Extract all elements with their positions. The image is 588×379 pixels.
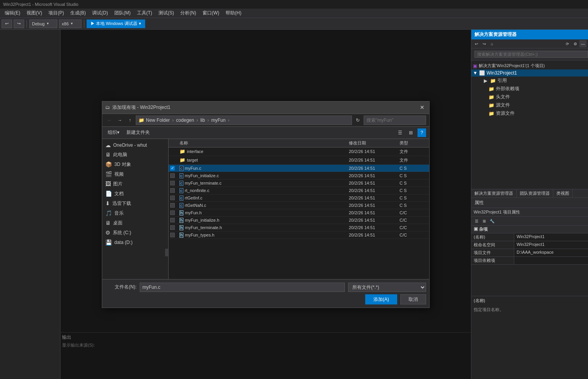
help-button[interactable]: ? (417, 128, 426, 137)
se-references-item[interactable]: ▶ 📁 引用 (471, 77, 588, 85)
file-row[interactable]: crt_nonfinite.c20/2/26 14:51C S (169, 187, 429, 194)
se-tab-class[interactable]: 类视图 (553, 189, 573, 198)
filename-input[interactable] (140, 283, 345, 292)
platform-dropdown[interactable]: x86 ▼ (59, 20, 82, 28)
se-sync-btn[interactable]: ⟳ (564, 40, 571, 47)
menu-team[interactable]: 团队(M) (111, 9, 134, 17)
menu-debug[interactable]: 调试(D) (89, 9, 111, 17)
file-row[interactable]: cmyFun_terminate.c20/2/26 14:51C S (169, 180, 429, 187)
menu-window[interactable]: 窗口(W) (199, 9, 222, 17)
file-checkbox[interactable] (170, 173, 175, 178)
se-home-btn[interactable]: ⌂ (489, 40, 496, 47)
nav-up-button[interactable]: ↑ (126, 116, 134, 125)
filetype-select[interactable]: 所有文件(*.*) (348, 283, 426, 292)
nav-downloads[interactable]: ⬇ 迅雷下载 (102, 199, 168, 208)
se-sources-item[interactable]: 📁 源文件 (471, 101, 588, 109)
run-label: ▶ 本地 Windows 调试器 (91, 21, 137, 27)
props-sort-btn[interactable]: ☰ (473, 217, 480, 224)
file-row[interactable]: 📁interface20/2/26 14:51文件 (169, 148, 429, 156)
file-row[interactable]: crtGetInf.c20/2/26 14:51C S (169, 194, 429, 202)
props-desc-area: (名称) 指定项目名称。 (471, 296, 588, 314)
file-checkbox[interactable] (170, 181, 175, 185)
props-toolbar: ☰ ⊞ 🔧 (471, 217, 588, 226)
run-button[interactable]: ▶ 本地 Windows 调试器 ▾ (87, 20, 145, 28)
file-date: 20/2/26 14:51 (347, 173, 398, 178)
file-row[interactable]: crtGetNaN.c20/2/26 14:51C S (169, 202, 429, 209)
se-search-input[interactable] (474, 51, 588, 58)
menu-analyze[interactable]: 分析(N) (177, 9, 199, 17)
redo-btn[interactable]: ↪ (14, 20, 24, 28)
file-row[interactable]: ✓cmyFun.c20/2/26 14:51C S (169, 165, 429, 172)
se-project-item[interactable]: ▼ ⬜ Win32Project1 (471, 69, 588, 77)
nav-music[interactable]: 🎵 音乐 (102, 208, 168, 218)
file-row[interactable]: cmyFun_initialize.c20/2/26 14:51C S (169, 172, 429, 180)
dialog-close-button[interactable]: ✕ (418, 103, 426, 111)
resources-icon: 📁 (489, 111, 494, 116)
file-row[interactable]: hmyFun.h20/2/26 14:51C/C (169, 209, 429, 217)
se-back-btn[interactable]: ↩ (473, 40, 480, 47)
run-dropdown-arrow: ▾ (139, 21, 141, 26)
new-folder-button[interactable]: 新建文件夹 (124, 128, 152, 137)
se-resources-item[interactable]: 📁 资源文件 (471, 109, 588, 117)
file-row[interactable]: 📁target20/2/26 14:51文件 (169, 156, 429, 165)
se-external-deps-item[interactable]: 📁 外部依赖项 (471, 85, 588, 93)
menu-tools[interactable]: 工具(T) (134, 9, 155, 17)
menu-test[interactable]: 测试(S) (155, 9, 177, 17)
se-headers-item[interactable]: 📁 头文件 (471, 93, 588, 101)
address-path[interactable]: 📁 New Folder › codegen › lib › myFun › (136, 116, 352, 125)
nav-refresh-button[interactable]: ↻ (354, 116, 362, 125)
drive-c-icon: ⚙ (105, 230, 110, 236)
file-checkbox[interactable] (170, 225, 175, 230)
nav-3d[interactable]: 📦 3D 对象 (102, 160, 168, 169)
menu-help[interactable]: 帮助(H) (222, 9, 245, 17)
nav-forward-button[interactable]: → (115, 116, 124, 125)
downloads-icon: ⬇ (105, 200, 110, 206)
nav-desktop[interactable]: 🖥 桌面 (102, 218, 168, 228)
add-button[interactable]: 添加(A) (365, 294, 397, 304)
cancel-button[interactable]: 取消 (400, 294, 426, 304)
props-category-btn[interactable]: ⊞ (481, 217, 488, 224)
nav-drive-d[interactable]: 💾 data (D:) (102, 238, 168, 247)
props-header: 属性 (471, 198, 588, 208)
pictures-icon: 🖼 (105, 181, 111, 187)
file-row[interactable]: hmyFun_terminate.h20/2/26 14:51C/C (169, 224, 429, 231)
menu-edit[interactable]: 编辑(E) (2, 9, 23, 17)
nav-drive-c[interactable]: ⚙ 系统 (C:) (102, 228, 168, 238)
undo-btn[interactable]: ↩ (2, 20, 12, 28)
file-checkbox[interactable] (170, 203, 175, 208)
menu-build[interactable]: 生成(B) (67, 9, 89, 17)
file-checkbox[interactable] (170, 218, 175, 222)
se-solution-item[interactable]: ▣ 解决方案'Win32Project1'(1 个项目) (471, 62, 588, 69)
file-checkbox[interactable] (170, 188, 175, 193)
file-row[interactable]: hmyFun_types.h20/2/26 14:51C/C (169, 231, 429, 239)
file-row[interactable]: hmyFun_initialize.h20/2/26 14:51C/C (169, 217, 429, 224)
se-forward-btn[interactable]: ↪ (481, 40, 488, 47)
nav-pictures[interactable]: 🖼 图片 (102, 179, 168, 189)
view-list-button[interactable]: ☰ (396, 128, 404, 137)
nav-back-button[interactable]: ← (105, 116, 114, 125)
file-name: interface (187, 149, 203, 154)
menu-view[interactable]: 视图(V) (23, 9, 45, 17)
nav-computer[interactable]: 🖥 此电脑 (102, 150, 168, 160)
se-settings-btn[interactable]: ⚙ (572, 40, 579, 47)
view-details-button[interactable]: ⊞ (407, 128, 415, 137)
se-pin-btn[interactable]: — (579, 40, 586, 47)
file-checkbox[interactable]: ✓ (170, 166, 175, 171)
file-checkbox[interactable] (170, 210, 175, 215)
nav-docs[interactable]: 📄 文档 (102, 189, 168, 199)
dialog-search-input[interactable] (364, 116, 426, 125)
file-checkbox[interactable] (170, 196, 175, 200)
se-tab-solution[interactable]: 解决方案资源管理器 (471, 189, 517, 198)
file-list[interactable]: 名称 修改日期 类型 📁interface20/2/26 14:51文件📁tar… (169, 139, 429, 279)
nav-video[interactable]: 🎬 视频 (102, 169, 168, 179)
addr-part1: codegen (176, 117, 194, 123)
file-checkbox[interactable] (170, 233, 175, 237)
menu-project[interactable]: 项目(P) (45, 9, 67, 17)
organize-button[interactable]: 组织▾ (105, 128, 122, 137)
debug-mode-dropdown[interactable]: Debug ▼ (29, 20, 57, 28)
headers-icon: 📁 (489, 94, 494, 100)
props-wrench-btn[interactable]: 🔧 (489, 217, 496, 224)
se-tab-team[interactable]: 团队资源管理器 (517, 189, 553, 198)
nav-onedrive[interactable]: ☁ OneDrive - whut (102, 141, 168, 150)
addr-part3: myFun (211, 117, 226, 123)
